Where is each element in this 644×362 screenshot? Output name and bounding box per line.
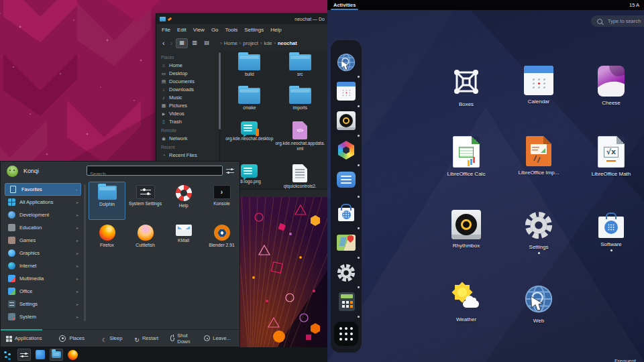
category-system[interactable]: System	[5, 310, 81, 323]
overview-search[interactable]	[591, 15, 644, 27]
favorite-help[interactable]: Help	[165, 182, 202, 220]
app-software[interactable]: Software	[574, 210, 644, 251]
place-music[interactable]: Music	[156, 93, 221, 101]
dock-item-photos[interactable]	[337, 141, 356, 160]
dolphin-titlebar[interactable]: neochat — Do	[156, 14, 327, 24]
app-calendar[interactable]: Calendar	[502, 66, 576, 105]
favorite-dolphin[interactable]: Dolphin	[89, 182, 125, 220]
app-rhythmbox[interactable]: Rhythmbox	[429, 210, 503, 249]
app-launcher-button[interactable]	[3, 350, 13, 360]
sleep-button[interactable]: Sleep	[102, 333, 122, 345]
favorite-kmail[interactable]: KMail	[165, 221, 202, 259]
speaker-hole	[461, 219, 472, 230]
details-view-button[interactable]	[201, 39, 212, 48]
spreadsheet	[459, 147, 474, 158]
category-graphics[interactable]: Graphics	[5, 247, 81, 259]
place-videos[interactable]: Videos	[156, 109, 221, 117]
place-network[interactable]: Network	[156, 134, 221, 142]
favorite-system-settings[interactable]: System Settings	[127, 182, 164, 220]
category-multimedia[interactable]: Multimedia	[5, 272, 81, 285]
file-item[interactable]: imports	[275, 88, 326, 121]
place-pictures[interactable]: Pictures	[156, 101, 221, 109]
task-app[interactable]	[36, 350, 45, 359]
crumb-kde[interactable]: kde	[264, 40, 272, 46]
back-button[interactable]: ‹	[160, 40, 168, 47]
frequent-tab[interactable]: Frequent	[614, 358, 636, 362]
file-item[interactable]: cmake	[224, 88, 275, 121]
dock-item-calculator[interactable]	[337, 292, 355, 311]
crumb-home[interactable]: Home	[224, 40, 237, 46]
place-recent-files[interactable]: Recent Files	[156, 151, 221, 159]
category-games[interactable]: Games	[5, 234, 81, 247]
place-desktop[interactable]: Desktop	[156, 69, 221, 77]
app-weather[interactable]: Weather	[429, 284, 503, 322]
shutdown-button[interactable]: Shut Down	[170, 333, 192, 345]
dock-item-files[interactable]	[337, 170, 356, 188]
menu-settings[interactable]: Settings	[241, 25, 267, 34]
place-home[interactable]: Home	[156, 61, 221, 69]
dock-item-calendar[interactable]	[337, 82, 356, 101]
file-item[interactable]: src	[275, 54, 326, 88]
clock[interactable]: 15 A	[629, 2, 639, 8]
category-all-applications[interactable]: All Applications	[5, 196, 81, 208]
crumb-project[interactable]: project	[243, 40, 258, 46]
place-trash[interactable]: Trash	[156, 117, 221, 125]
app-libreoffice-calc[interactable]: LibreOffice Calc	[429, 136, 503, 177]
favorite-firefox[interactable]: Firefox	[89, 221, 125, 259]
kickoff-search[interactable]	[87, 166, 223, 176]
app-libreoffice-impress[interactable]: LibreOffice Imp...	[502, 136, 576, 176]
dock-item-rhythmbox[interactable]	[337, 111, 356, 130]
task-system-settings[interactable]	[17, 349, 31, 361]
compact-view-button[interactable]	[189, 39, 200, 48]
search-input[interactable]	[87, 170, 227, 178]
restart-button[interactable]: Restart	[134, 333, 158, 345]
activities-button[interactable]: Activities	[332, 2, 357, 8]
menu-edit[interactable]: Edit	[174, 25, 190, 34]
category-settings[interactable]: Settings	[5, 298, 81, 310]
app-web[interactable]: Web	[502, 284, 576, 324]
settings-icon	[8, 300, 15, 308]
category-internet[interactable]: Internet	[5, 259, 81, 272]
running-dot	[358, 227, 360, 229]
tab-applications[interactable]: Applications	[6, 335, 42, 341]
icons-view-button[interactable]	[176, 38, 188, 48]
menu-file[interactable]: File	[158, 25, 174, 34]
tab-places[interactable]: Places	[59, 335, 85, 342]
dock-item-web[interactable]	[336, 52, 356, 75]
app-settings[interactable]: Settings	[502, 210, 576, 254]
dock-item-software[interactable]	[338, 204, 354, 221]
menu-go[interactable]: Go	[208, 25, 222, 34]
search-input[interactable]	[606, 17, 644, 25]
favorite-konsole[interactable]: Konsole	[203, 182, 240, 220]
envelope-icon	[176, 225, 192, 236]
category-office[interactable]: Office	[5, 285, 81, 298]
dock-item-settings[interactable]	[336, 263, 356, 286]
file-item[interactable]: org.kde.neochat.appdata.xml	[275, 121, 326, 164]
favorite-cuttlefish[interactable]: Cuttlefish	[127, 221, 164, 259]
menu-view[interactable]: View	[190, 25, 208, 34]
show-applications-button[interactable]	[334, 322, 358, 346]
app-cheese[interactable]: Cheese	[574, 66, 644, 106]
dock-item-maps[interactable]	[337, 233, 356, 251]
category-favorites[interactable]: Favorites	[5, 183, 81, 196]
place-documents[interactable]: Documents	[156, 77, 221, 85]
menu-help[interactable]: Help	[267, 25, 284, 34]
app-boxes[interactable]: Boxes	[429, 66, 503, 107]
place-downloads[interactable]: Downloads	[156, 85, 221, 93]
category-education[interactable]: Education	[5, 221, 81, 234]
category-development[interactable]: Development	[5, 208, 81, 221]
task-dolphin[interactable]	[50, 349, 63, 361]
user-avatar[interactable]	[7, 166, 18, 177]
menu-tools[interactable]: Tools	[222, 25, 241, 34]
configure-icon[interactable]	[226, 168, 234, 174]
crumb-neochat[interactable]: neochat	[278, 40, 297, 46]
favorite-blender[interactable]: Blender 2.91	[203, 221, 240, 259]
file-item[interactable]: org.kde.neochat.desktop	[224, 121, 275, 164]
leave-button[interactable]: Leave...	[204, 335, 231, 341]
window-icon	[160, 17, 166, 21]
forward-button[interactable]: ›	[168, 40, 176, 47]
category-scrollbar[interactable]	[84, 184, 86, 321]
task-firefox[interactable]	[68, 350, 78, 360]
app-libreoffice-math[interactable]: LibreOffice Math	[574, 136, 644, 177]
file-item[interactable]: build	[224, 54, 275, 88]
